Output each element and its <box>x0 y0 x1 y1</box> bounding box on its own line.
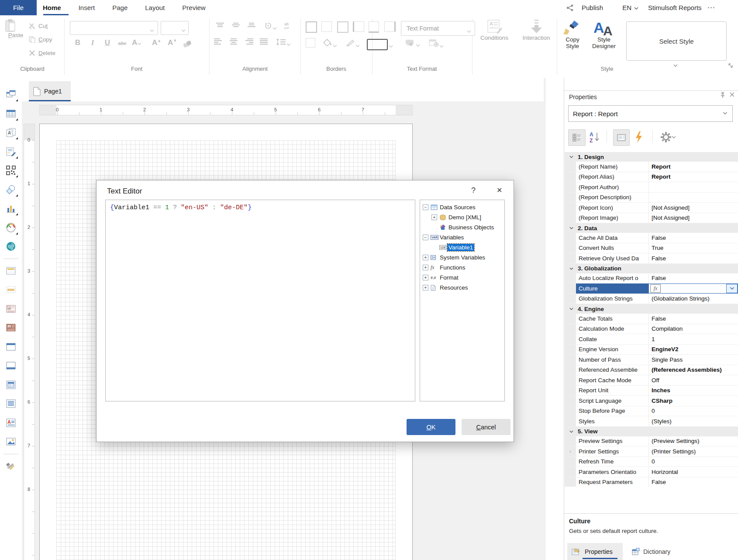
font-name-select[interactable] <box>70 21 158 35</box>
property-row-styles[interactable]: Styles(Styles) <box>565 416 738 427</box>
tree-item-format[interactable]: +#.#Format <box>420 273 504 283</box>
property-row-script-language[interactable]: Script LanguageCSharp <box>565 396 738 406</box>
text-format-select[interactable]: Text Format <box>401 21 475 36</box>
property-row-referenced-assemblie[interactable]: Referenced Assemblie(Referenced Assembli… <box>565 365 738 376</box>
property-value[interactable]: Off <box>649 375 738 385</box>
property-value[interactable] <box>649 193 738 203</box>
property-value[interactable]: Horizontal <box>649 467 738 477</box>
property-row-calculation-mode[interactable]: Calculation ModeCompilation <box>565 324 738 335</box>
insert-shape-tool[interactable] <box>2 181 20 198</box>
border-style-select[interactable] <box>367 39 388 50</box>
property-row-parameters-orientatio[interactable]: Parameters OrientatioHorizontal <box>565 467 738 477</box>
property-value[interactable]: 1 <box>649 334 738 344</box>
rich-text-tool[interactable]: A <box>2 414 20 432</box>
border-color-icon[interactable] <box>346 38 360 48</box>
property-value[interactable]: False <box>649 233 738 243</box>
insert-map-tool[interactable] <box>2 238 20 255</box>
align-top-icon[interactable] <box>216 22 225 31</box>
property-value[interactable]: (Referenced Assemblies) <box>649 365 738 375</box>
tree-item-resources[interactable]: +Resources <box>420 283 504 293</box>
property-row-globalization-strings[interactable]: Globalization Strings(Globalization Stri… <box>565 294 738 304</box>
property-value[interactable]: Single Pass <box>649 355 738 365</box>
insert-chart-tool[interactable] <box>2 200 20 217</box>
tree-item-business-objects[interactable]: Business Objects <box>420 222 504 232</box>
border-bottom-button[interactable] <box>369 21 379 33</box>
grow-font-button[interactable]: A▲ <box>152 38 162 49</box>
tree-expander-icon[interactable]: + <box>423 265 428 270</box>
strike-button[interactable]: abc <box>117 38 128 51</box>
property-row-engine-version[interactable]: Engine VersionEngineV2 <box>565 345 738 355</box>
category-globalization[interactable]: 3. Globalization <box>565 264 738 273</box>
tree-expander-icon[interactable]: + <box>431 214 437 220</box>
property-value[interactable]: (Preview Settings) <box>649 436 738 446</box>
insert-barcode-tool[interactable] <box>2 162 20 179</box>
property-row-culture[interactable]: Culturefx <box>565 283 738 294</box>
property-row-cache-totals[interactable]: Cache TotalsFalse <box>565 314 738 324</box>
text-component-tool[interactable] <box>2 395 20 412</box>
tree-item-functions[interactable]: +fxFunctions <box>420 263 504 273</box>
text-rotation-icon[interactable] <box>264 22 277 31</box>
align-center-icon[interactable] <box>229 38 238 47</box>
style-designer-button[interactable]: AAStyle Designer <box>590 19 618 55</box>
component-selector-dropdown[interactable]: Report : Report <box>568 105 733 122</box>
property-row-report-cache-mode[interactable]: Report Cache ModeOff <box>565 375 738 386</box>
align-bottom-icon[interactable] <box>248 22 256 31</box>
fx-expression-icon[interactable]: fx <box>650 284 661 293</box>
more-options-icon[interactable] <box>708 7 714 8</box>
property-value[interactable]: Compilation <box>649 324 738 334</box>
border-left-button[interactable] <box>353 21 364 32</box>
clear-format-icon[interactable] <box>183 39 192 49</box>
underline-button[interactable]: U <box>102 38 113 49</box>
menu-tab-page[interactable]: Page <box>111 0 128 15</box>
tree-item-system-variables[interactable]: +Σ#System Variables <box>420 252 504 263</box>
property-row-refresh-time[interactable]: Refresh Time0 <box>565 457 738 467</box>
property-value[interactable]: False <box>649 273 738 283</box>
pin-icon[interactable] <box>720 92 726 98</box>
category-design[interactable]: 1. Design <box>565 152 738 162</box>
menu-tab-layout[interactable]: Layout <box>144 0 166 15</box>
publish-button[interactable]: Publish <box>582 4 603 11</box>
insert-table-tool[interactable] <box>2 105 20 122</box>
close-icon[interactable] <box>730 92 735 97</box>
conditions-button[interactable]: AConditions <box>479 19 510 54</box>
property-value[interactable]: Report <box>649 162 738 172</box>
property-row--report-author-[interactable]: (Report Author) <box>565 182 738 193</box>
cancel-button[interactable]: Cancel <box>462 419 510 435</box>
category-view[interactable]: 5. View <box>565 427 738 436</box>
language-selector[interactable]: EN <box>622 4 631 11</box>
property-value[interactable]: (Printer Settings) <box>649 446 738 456</box>
panel-tab-dictionary[interactable]: Dictionary <box>628 543 682 560</box>
property-value[interactable]: fx <box>648 283 738 294</box>
close-icon[interactable]: ✕ <box>497 186 502 194</box>
cut-button[interactable]: Cut <box>29 21 62 30</box>
property-row-stop-before-page[interactable]: Stop Before Page0 <box>565 406 738 417</box>
bold-button[interactable]: B <box>72 38 83 49</box>
select-style-box[interactable]: Select Style <box>626 21 727 61</box>
border-outside-button[interactable] <box>337 21 348 33</box>
tree-item-variable1[interactable]: 123Variable1 <box>420 242 504 252</box>
property-row-auto-localize-report-o[interactable]: Auto Localize Report oFalse <box>565 273 738 284</box>
property-row-collate[interactable]: Collate1 <box>565 334 738 345</box>
property-row--report-name-[interactable]: (Report Name)Report <box>565 162 738 172</box>
services-tool[interactable] <box>2 457 20 475</box>
settings-button[interactable] <box>659 130 678 144</box>
style-gallery-expand-icon[interactable] <box>672 62 679 68</box>
property-row-printer-settings[interactable]: ›Printer Settings(Printer Settings) <box>565 446 738 457</box>
fill-color-icon[interactable] <box>323 38 337 48</box>
categorized-view-button[interactable] <box>568 129 586 146</box>
align-left-icon[interactable] <box>214 38 223 47</box>
property-value[interactable]: 0 <box>649 406 738 416</box>
insert-text-tool[interactable]: A <box>2 124 20 141</box>
property-value[interactable]: Report <box>649 172 738 182</box>
events-button[interactable] <box>633 129 645 145</box>
delete-button[interactable]: Delete <box>29 48 62 57</box>
share-icon[interactable] <box>566 4 574 11</box>
menu-tab-insert[interactable]: Insert <box>78 0 96 15</box>
category-data[interactable]: 2. Data <box>565 223 738 233</box>
page-tab[interactable]: Page1 <box>29 81 71 101</box>
border-single-button[interactable] <box>306 38 315 48</box>
panel-footer-tool[interactable] <box>2 357 20 374</box>
table-component-tool[interactable] <box>2 376 20 394</box>
band-report-title-tool[interactable] <box>2 262 20 280</box>
menu-tab-home[interactable]: Home <box>42 0 62 15</box>
